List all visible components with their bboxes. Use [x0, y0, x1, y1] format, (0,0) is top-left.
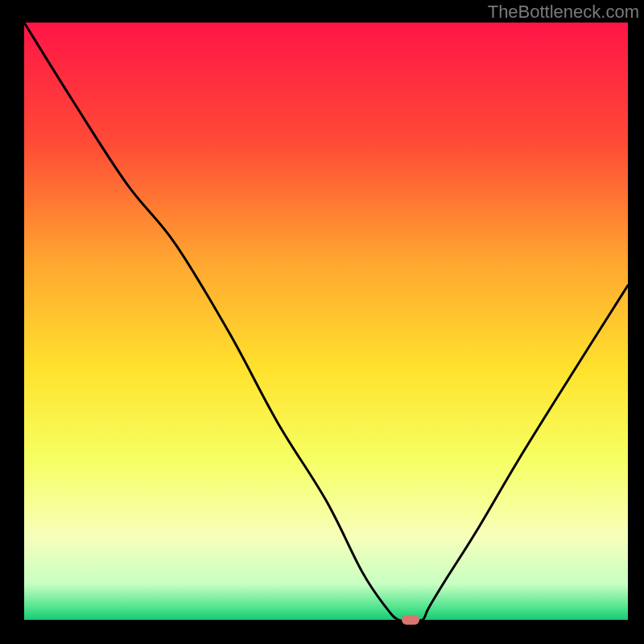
watermark-text: TheBottleneck.com: [488, 2, 639, 23]
bottleneck-marker: [402, 615, 419, 625]
chart-container: { "watermark": "TheBottleneck.com", "cha…: [0, 0, 644, 644]
plot-background: [24, 23, 628, 620]
bottleneck-chart: [0, 0, 644, 644]
